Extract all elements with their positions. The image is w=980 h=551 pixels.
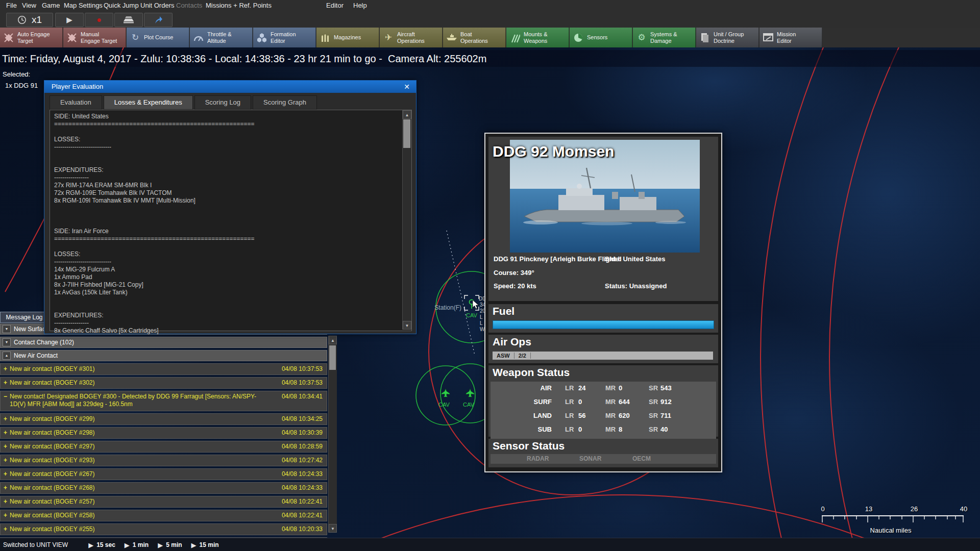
sensor-radar[interactable]: RADAR bbox=[527, 455, 549, 462]
expand-icon[interactable]: + bbox=[4, 470, 7, 478]
fuel-gauge bbox=[493, 320, 714, 329]
message-log-tab[interactable]: Message Log bbox=[0, 312, 48, 323]
scroll-down-icon[interactable]: ▼ bbox=[329, 524, 337, 533]
manual-engage-icon bbox=[63, 33, 81, 43]
close-icon[interactable]: ✕ bbox=[402, 81, 412, 93]
tab-evaluation[interactable]: Evaluation bbox=[50, 95, 102, 110]
toolbar-magazines-button[interactable]: Magazines bbox=[316, 28, 379, 47]
scrollbar-thumb[interactable] bbox=[329, 345, 336, 370]
button-label: Manual bbox=[81, 31, 117, 38]
layers-button[interactable] bbox=[114, 13, 143, 27]
button-label2: Engage Target bbox=[81, 38, 117, 44]
clock-icon bbox=[17, 15, 27, 24]
message-row[interactable]: − New contact! Designated BOGEY #300 - D… bbox=[0, 391, 327, 411]
message-row[interactable]: + New air contact (BOGEY #267) 04/08 10:… bbox=[0, 468, 327, 480]
message-row[interactable]: + New air contact (BOGEY #268) 04/08 10:… bbox=[0, 482, 327, 494]
message-group-contact-change[interactable]: ▼ Contact Change (102) bbox=[0, 337, 327, 348]
toolbar-formation-editor-button[interactable]: FormationEditor bbox=[253, 28, 316, 47]
expand-icon[interactable]: + bbox=[4, 429, 7, 436]
group-label: Contact Change (102) bbox=[14, 339, 74, 346]
expand-icon[interactable]: + bbox=[4, 365, 7, 372]
record-button[interactable]: ● bbox=[85, 13, 113, 27]
menu-missions-ref-points[interactable]: Missions + Ref. Points bbox=[206, 2, 272, 9]
play-button[interactable]: ▶ bbox=[55, 13, 84, 27]
plot-course-icon: ↻ bbox=[127, 32, 144, 43]
message-row[interactable]: + New air contact (BOGEY #297) 04/08 10:… bbox=[0, 441, 327, 453]
unit-info-panel: DDG 92 Momsen bbox=[484, 133, 722, 472]
toolbar-manual-engage-target-button[interactable]: ManualEngage Target bbox=[63, 28, 126, 47]
message-row[interactable]: + New air contact (BOGEY #301) 04/08 10:… bbox=[0, 363, 327, 375]
menu-map-settings[interactable]: Map Settings bbox=[64, 2, 103, 9]
button-label2: Editor bbox=[777, 38, 796, 44]
toolbar-throttle-altitude-button[interactable]: Throttle &Altitude bbox=[190, 28, 253, 47]
menu-game[interactable]: Game bbox=[42, 2, 60, 9]
expand-icon[interactable]: + bbox=[4, 484, 7, 491]
scale-tick-0: 0 bbox=[821, 505, 824, 513]
time-step-15min-button[interactable]: ▶ 15 min bbox=[191, 541, 219, 549]
time-step-15sec-button[interactable]: ▶ 15 sec bbox=[88, 541, 115, 549]
toolbar-auto-engage-target-button[interactable]: Auto EngageTarget bbox=[0, 28, 63, 47]
scrollbar-thumb[interactable] bbox=[403, 119, 410, 148]
layers-icon bbox=[123, 16, 134, 24]
message-row[interactable]: + New air contact (BOGEY #258) 04/08 10:… bbox=[0, 510, 327, 521]
message-log-scrollbar[interactable]: ▲ ▼ bbox=[328, 336, 337, 533]
tab-scoring-graph[interactable]: Scoring Graph bbox=[253, 95, 317, 110]
expand-icon[interactable]: + bbox=[4, 457, 7, 464]
sensor-oecm[interactable]: OECM bbox=[632, 455, 651, 462]
scroll-up-icon[interactable]: ▲ bbox=[403, 110, 411, 119]
expand-icon[interactable]: + bbox=[4, 498, 7, 505]
message-text: New air contact (BOGEY #258) bbox=[10, 512, 276, 519]
menu-file[interactable]: File bbox=[6, 2, 17, 9]
expand-icon[interactable]: + bbox=[4, 379, 7, 386]
toolbar-unit-group-doctrine-button[interactable]: Unit / GroupDoctrine bbox=[696, 28, 759, 47]
menu-quick-jump[interactable]: Quick Jump bbox=[104, 2, 139, 9]
time-step-5min-button[interactable]: ▶ 5 min bbox=[158, 541, 182, 549]
toolbar-boat-operations-button[interactable]: BoatOperations bbox=[443, 28, 506, 47]
dialog-scrollbar[interactable]: ▲ ▼ bbox=[402, 110, 411, 330]
menu-unit-orders[interactable]: Unit Orders bbox=[140, 2, 174, 9]
time-step-1min-button[interactable]: ▶ 1 min bbox=[125, 541, 149, 549]
message-row[interactable]: + New air contact (BOGEY #302) 04/08 10:… bbox=[0, 377, 327, 389]
scroll-down-icon[interactable]: ▼ bbox=[403, 321, 411, 330]
collapse-icon[interactable]: − bbox=[4, 393, 7, 400]
cav-label-1: CAV bbox=[438, 402, 450, 408]
time-compression-button[interactable]: x1 bbox=[6, 13, 53, 27]
air-ops-header: Air Ops bbox=[488, 335, 718, 348]
message-row[interactable]: + New air contact (BOGEY #255) 04/08 10:… bbox=[0, 523, 327, 535]
message-group-new-air-contact[interactable]: ▲ New Air Contact bbox=[0, 350, 327, 361]
button-label2: Altitude bbox=[207, 38, 232, 44]
player-evaluation-dialog: Player Evaluation ✕ Evaluation Losses & … bbox=[44, 80, 416, 334]
dialog-titlebar[interactable]: Player Evaluation ✕ bbox=[44, 81, 416, 93]
menu-editor[interactable]: Editor bbox=[326, 2, 344, 9]
message-row[interactable]: + New air contact (BOGEY #257) 04/08 10:… bbox=[0, 496, 327, 508]
menu-help[interactable]: Help bbox=[353, 2, 367, 9]
expand-icon[interactable]: + bbox=[4, 525, 7, 533]
scale-tick-40: 40 bbox=[960, 505, 967, 513]
button-label2: Weapons bbox=[524, 38, 547, 44]
message-row[interactable]: + New air contact (BOGEY #299) 04/08 10:… bbox=[0, 413, 327, 425]
message-row[interactable]: + New air contact (BOGEY #298) 04/08 10:… bbox=[0, 427, 327, 439]
jump-button[interactable] bbox=[144, 13, 173, 27]
air-ops-bar[interactable]: ASW 2/2 bbox=[493, 352, 713, 360]
tab-losses-expenditures[interactable]: Losses & Expenditures bbox=[104, 95, 193, 110]
expand-icon[interactable]: + bbox=[4, 443, 7, 450]
collapse-icon[interactable]: ▼ bbox=[3, 325, 11, 333]
tab-scoring-log[interactable]: Scoring Log bbox=[194, 95, 251, 110]
menu-view[interactable]: View bbox=[22, 2, 36, 9]
sensor-sonar[interactable]: SONAR bbox=[579, 455, 601, 462]
message-row[interactable]: + New air contact (BOGEY #293) 04/08 10:… bbox=[0, 455, 327, 466]
weapon-status-header: Weapon Status bbox=[488, 365, 718, 379]
expand-icon[interactable]: + bbox=[4, 512, 7, 519]
toolbar-systems-damage-button[interactable]: ⚙ Systems &Damage bbox=[633, 28, 696, 47]
toolbar-mission-editor-button[interactable]: MissionEditor bbox=[760, 28, 822, 47]
toolbar-aircraft-operations-button[interactable]: ✈ AircraftOperations bbox=[380, 28, 443, 47]
toolbar-plot-course-button[interactable]: ↻ Plot Course bbox=[127, 28, 189, 47]
expand-icon[interactable]: + bbox=[4, 415, 7, 422]
collapse-icon[interactable]: ▲ bbox=[3, 352, 11, 360]
scroll-up-icon[interactable]: ▲ bbox=[329, 336, 337, 344]
toolbar-mounts-weapons-button[interactable]: Mounts &Weapons bbox=[506, 28, 569, 47]
menu-bar: File View Game Map Settings Quick Jump U… bbox=[0, 0, 980, 11]
dialog-title: Player Evaluation bbox=[52, 83, 103, 90]
collapse-icon[interactable]: ▼ bbox=[3, 338, 11, 346]
toolbar-sensors-button[interactable]: Sensors bbox=[570, 28, 632, 47]
